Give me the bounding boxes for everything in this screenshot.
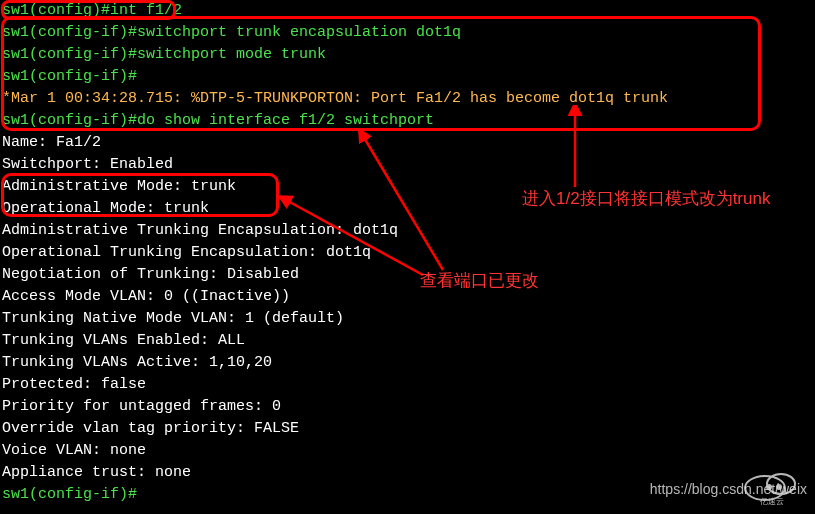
terminal-text: Administrative Mode: trunk [2, 178, 236, 195]
svg-point-5 [766, 484, 772, 490]
terminal-output: sw1(config)#int f1/2sw1(config-if)#switc… [0, 0, 815, 506]
terminal-text: Administrative Trunking Encapsulation: d… [2, 222, 398, 239]
terminal-text: sw1(config-if)# [2, 46, 137, 63]
terminal-line: sw1(config-if)#do show interface f1/2 sw… [2, 110, 813, 132]
terminal-text: sw1(config-if)# [2, 112, 137, 129]
terminal-line: Name: Fa1/2 [2, 132, 813, 154]
terminal-text: Trunking VLANs Active: 1,10,20 [2, 354, 272, 371]
terminal-line: sw1(config-if)#switchport trunk encapsul… [2, 22, 813, 44]
terminal-text: sw1(config-if)# [2, 68, 137, 85]
svg-text:亿速云: 亿速云 [759, 497, 784, 506]
terminal-line: Override vlan tag priority: FALSE [2, 418, 813, 440]
terminal-text: Access Mode VLAN: 0 ((Inactive)) [2, 288, 290, 305]
annotation-port-changed: 查看端口已更改 [420, 268, 539, 294]
terminal-text: do show interface f1/2 switchport [137, 112, 434, 129]
terminal-text: *Mar 1 00:34:28.715: %DTP-5-TRUNKPORTON:… [2, 90, 668, 107]
terminal-text: Protected: false [2, 376, 146, 393]
svg-point-6 [776, 484, 782, 490]
terminal-text: Negotiation of Trunking: Disabled [2, 266, 299, 283]
terminal-line: Administrative Trunking Encapsulation: d… [2, 220, 813, 242]
terminal-text: Switchport: Enabled [2, 156, 173, 173]
terminal-text: sw1(config)# [2, 2, 110, 19]
logo-yisuyun: 亿速云 [737, 466, 807, 506]
terminal-text: sw1(config-if)# [2, 486, 137, 503]
terminal-line: Switchport: Enabled [2, 154, 813, 176]
terminal-text: switchport mode trunk [137, 46, 326, 63]
terminal-text: int f1/2 [110, 2, 182, 19]
terminal-text: Operational Mode: trunk [2, 200, 209, 217]
terminal-line: Negotiation of Trunking: Disabled [2, 264, 813, 286]
terminal-line: sw1(config)#int f1/2 [2, 0, 813, 22]
terminal-line: Voice VLAN: none [2, 440, 813, 462]
terminal-text: switchport trunk encapsulation dot1q [137, 24, 461, 41]
terminal-text: Trunking VLANs Enabled: ALL [2, 332, 245, 349]
terminal-text: Override vlan tag priority: FALSE [2, 420, 299, 437]
terminal-line: Priority for untagged frames: 0 [2, 396, 813, 418]
terminal-text: Name: Fa1/2 [2, 134, 101, 151]
terminal-line: sw1(config-if)# [2, 66, 813, 88]
terminal-line: Trunking Native Mode VLAN: 1 (default) [2, 308, 813, 330]
terminal-line: Operational Trunking Encapsulation: dot1… [2, 242, 813, 264]
terminal-text: Appliance trust: none [2, 464, 191, 481]
terminal-line: Access Mode VLAN: 0 ((Inactive)) [2, 286, 813, 308]
terminal-text: Trunking Native Mode VLAN: 1 (default) [2, 310, 344, 327]
terminal-text: sw1(config-if)# [2, 24, 137, 41]
terminal-text: Voice VLAN: none [2, 442, 146, 459]
terminal-text: Operational Trunking Encapsulation: dot1… [2, 244, 371, 261]
terminal-line: Trunking VLANs Active: 1,10,20 [2, 352, 813, 374]
annotation-trunk-mode: 进入1/2接口将接口模式改为trunk [522, 186, 782, 212]
terminal-text: Priority for untagged frames: 0 [2, 398, 281, 415]
terminal-line: Trunking VLANs Enabled: ALL [2, 330, 813, 352]
terminal-line: Protected: false [2, 374, 813, 396]
terminal-line: sw1(config-if)#switchport mode trunk [2, 44, 813, 66]
terminal-line: *Mar 1 00:34:28.715: %DTP-5-TRUNKPORTON:… [2, 88, 813, 110]
svg-point-4 [767, 474, 795, 494]
